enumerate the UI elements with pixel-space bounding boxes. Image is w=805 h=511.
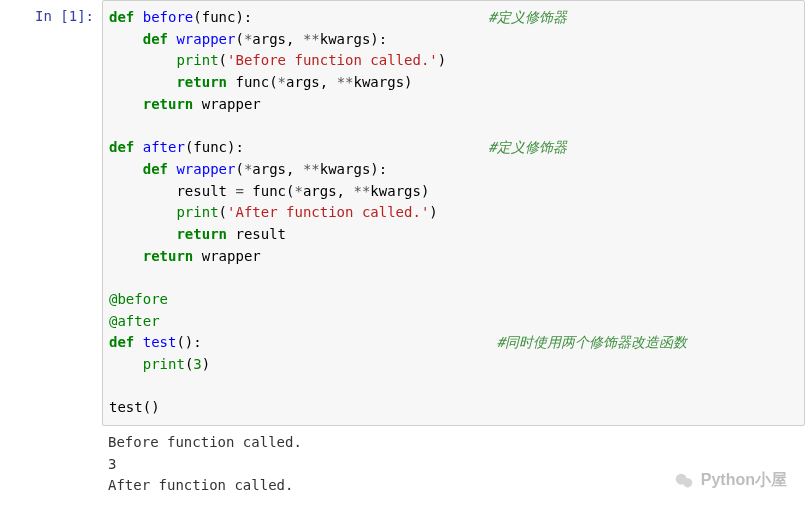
code-line [109,376,798,398]
code-line: def after(func): #定义修饰器 [109,137,798,159]
svg-point-1 [683,478,692,487]
code-line [109,115,798,137]
watermark: Python小屋 [673,468,787,493]
code-line: print('After function called.') [109,202,798,224]
input-prompt: In [1]: [0,0,102,426]
code-line: def before(func): #定义修饰器 [109,7,798,29]
wechat-icon [673,470,695,492]
watermark-text: Python小屋 [701,468,787,493]
code-line: print(3) [109,354,798,376]
code-line: return result [109,224,798,246]
code-input[interactable]: def before(func): #定义修饰器 def wrapper(*ar… [102,0,805,426]
code-line: return wrapper [109,246,798,268]
code-line: @before [109,289,798,311]
input-cell: In [1]: def before(func): #定义修饰器 def wra… [0,0,805,426]
code-line [109,267,798,289]
code-line: result = func(*args, **kwargs) [109,181,798,203]
code-line: return func(*args, **kwargs) [109,72,798,94]
code-line: def test(): #同时使用两个修饰器改造函数 [109,332,798,354]
code-line: return wrapper [109,94,798,116]
code-line: @after [109,311,798,333]
output-line: Before function called. [108,432,799,454]
output-prompt [0,426,102,503]
code-line: print('Before function called.') [109,50,798,72]
code-line: test() [109,397,798,419]
code-line: def wrapper(*args, **kwargs): [109,159,798,181]
code-line: def wrapper(*args, **kwargs): [109,29,798,51]
